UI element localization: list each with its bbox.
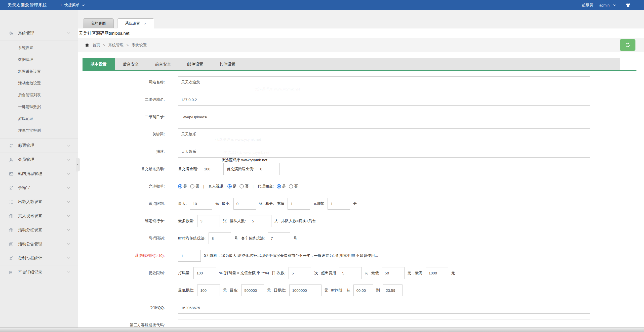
tab-frontend-security[interactable]: 前台安全 [147, 58, 179, 70]
fee-input[interactable] [339, 267, 362, 279]
sidebar-item-game-records[interactable]: 游戏记录 [0, 113, 78, 125]
time-from-input[interactable] [353, 284, 373, 296]
sidebar-item-lottery-management[interactable]: 彩票管理 [0, 138, 78, 153]
user-menu[interactable]: admin [599, 3, 616, 7]
time-to-input[interactable] [383, 284, 403, 296]
sidebar-item-member-management[interactable]: 会员管理 [0, 153, 78, 167]
description-input[interactable] [178, 146, 590, 158]
form-row-description: 描述: [78, 146, 644, 158]
tab-basic-settings[interactable]: 基本设置 [83, 58, 115, 70]
times-input[interactable] [289, 267, 311, 279]
field-label: 客服QQ: [78, 305, 165, 310]
sidebar-item-activity-grant-settings[interactable]: 活动发放设置 [0, 77, 78, 89]
qr-dir-input[interactable] [178, 111, 590, 123]
low-input[interactable] [382, 267, 405, 279]
rebate-max-label: 最大: [178, 201, 187, 206]
rebate-max-input[interactable] [190, 198, 212, 210]
chevron-down-icon [67, 243, 70, 245]
field-label: 允许撤单: [78, 184, 165, 189]
racing-input[interactable] [268, 232, 290, 244]
live-video-label: 真人视讯: [208, 184, 224, 189]
gift-icon [9, 214, 15, 218]
tab-label: 系统设置 [125, 21, 140, 26]
live-video-yes-radio[interactable]: 是 [227, 184, 236, 189]
form-row-qr-domain: 二维码域名: [78, 94, 644, 106]
sidebar-item-label: 真人视讯设置 [18, 213, 67, 219]
site-note: 天美社区源码网timibbs.net [78, 28, 644, 38]
points-add-input[interactable] [328, 198, 350, 210]
sidebar-item-system-settings[interactable]: 系统设置 [0, 42, 78, 54]
sidebar-collapse-handle[interactable] [76, 158, 79, 171]
sidebar-item-one-key-cleanup[interactable]: 一键清理数据 [0, 101, 78, 113]
high-unit: 元 [451, 271, 455, 275]
sidebar-item-live-video-settings[interactable]: 真人视讯设置 [0, 209, 78, 223]
sidebar-item-yuebao[interactable]: 余额宝 [0, 181, 78, 195]
refresh-button[interactable] [620, 39, 635, 51]
sidebar-item-profit-loss-stats[interactable]: 盈利亏损统计 [0, 251, 78, 265]
qr-domain-input[interactable] [178, 94, 590, 106]
sidebar-item-label: 活动分红设置 [18, 227, 67, 233]
site-name-input[interactable] [178, 76, 590, 88]
points-add-label: 元增加 [313, 201, 325, 206]
mail-icon [9, 172, 15, 176]
sidebar-item-activity-dividend-settings[interactable]: 活动分红设置 [0, 223, 78, 237]
service-qq-input[interactable] [178, 302, 590, 314]
sidebar-item-label: 站内消息管理 [18, 171, 67, 176]
wd-min-label: 最低提款: [178, 288, 194, 293]
tab-mail-settings[interactable]: 邮件设置 [179, 58, 211, 70]
header-right: 超级员 admin [582, 3, 631, 8]
theme-skin-icon[interactable] [625, 3, 631, 7]
tab-other-settings[interactable]: 其他设置 [211, 58, 244, 70]
tab-my-desktop[interactable]: 我的桌面 [83, 18, 114, 28]
sidebar-item-activity-announcement[interactable]: 活动公告管理 [0, 237, 78, 251]
wd-max-input[interactable] [241, 284, 264, 296]
recharge-input[interactable] [288, 198, 310, 210]
settings-tabs: 基本设置 后台安全 前台安全 邮件设置 其他设置 [83, 58, 620, 70]
to-label: 到 [376, 288, 380, 293]
tab-system-settings[interactable]: 系统设置 × [117, 18, 154, 28]
wd-min-input[interactable] [197, 284, 220, 296]
breadcrumb-home[interactable]: 首页 [93, 43, 100, 48]
sidebar-menu: 系统管理系统设置数据清理彩票采集设置活动发放设置后台管理列表一键清理数据游戏记录… [0, 26, 78, 279]
queue-input[interactable] [249, 215, 271, 227]
high-input[interactable] [426, 267, 448, 279]
sidebar-item-admin-list[interactable]: 后台管理列表 [0, 89, 78, 101]
quick-menu-button[interactable]: + 快捷菜单 [60, 3, 85, 8]
fee-unit: % [365, 271, 368, 275]
content-panel: 基本设置 后台安全 前台安全 邮件设置 其他设置 网站名称: 二维码域名: 二维… [78, 52, 644, 332]
sidebar-item-abnormal-order-detect[interactable]: 注单异常检测 [0, 125, 78, 136]
radio-on-icon [178, 184, 182, 188]
breadcrumb-section[interactable]: 系统管理 [108, 43, 124, 48]
sidebar-item-payment-settings[interactable]: 出款入款设置 [0, 195, 78, 209]
tab-backend-security[interactable]: 后台安全 [115, 58, 147, 70]
live-video-no-radio[interactable]: 否 [239, 184, 249, 189]
user-icon [9, 158, 15, 162]
keywords-input[interactable] [178, 128, 590, 140]
from-label: 从 [347, 288, 350, 293]
allow-cancel-yes-radio[interactable]: 是 [178, 184, 187, 189]
fc-ratio-input[interactable] [257, 163, 280, 175]
form-row-withdraw-limit: 提款限制: 打码量: %,(打码量 = 充值金额 乘 **%) 日-次数: 次 … [78, 267, 644, 279]
rebate-min-input[interactable] [233, 198, 256, 210]
sidebar-item-lottery-collect-settings[interactable]: 彩票采集设置 [0, 66, 78, 77]
ssc-input[interactable] [209, 232, 231, 244]
percent-sign: % [215, 202, 219, 206]
sidebar-item-platform-detail-records[interactable]: 平台详细记录 [0, 265, 78, 279]
sidebar-item-data-cleanup[interactable]: 数据清理 [0, 54, 78, 66]
sidebar-item-site-message-management[interactable]: 站内消息管理 [0, 167, 78, 181]
profit-input[interactable] [178, 250, 201, 262]
agent-commission-yes-radio[interactable]: 是 [277, 184, 286, 189]
fc-amount-input[interactable] [201, 163, 224, 175]
bet-input[interactable] [193, 267, 216, 279]
sidebar-item-label: 彩票管理 [18, 143, 67, 148]
bank-max-input[interactable] [197, 215, 220, 227]
sidebar-item-label: 活动公告管理 [18, 242, 67, 247]
allow-cancel-no-radio[interactable]: 否 [190, 184, 199, 189]
close-icon[interactable]: × [144, 21, 146, 26]
sidebar-item-system-management[interactable]: 系统管理 [0, 26, 78, 40]
queue-unit: 人 [274, 219, 278, 223]
wd-daily-input[interactable] [289, 284, 321, 296]
sidebar-item-label: 系统管理 [18, 31, 67, 36]
chevron-down-icon [67, 159, 70, 161]
agent-commission-no-radio[interactable]: 否 [289, 184, 298, 189]
